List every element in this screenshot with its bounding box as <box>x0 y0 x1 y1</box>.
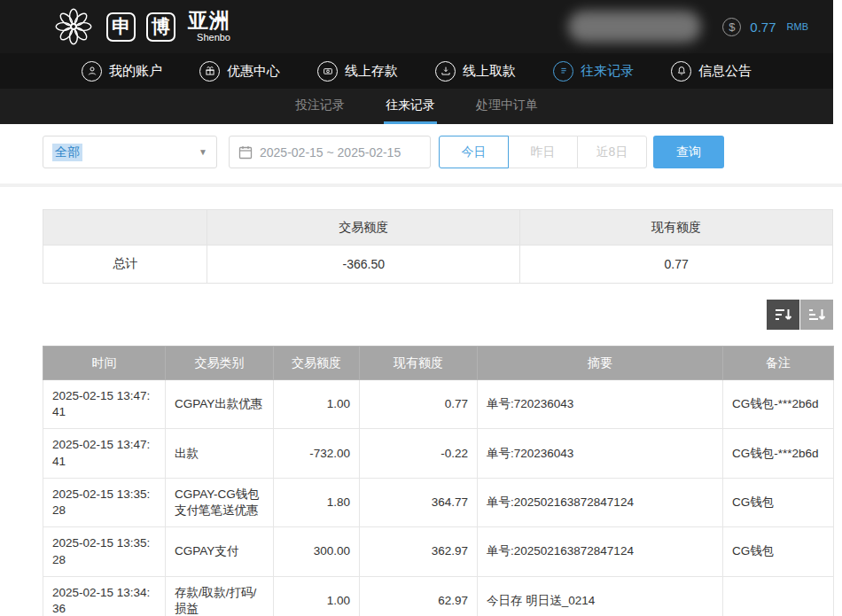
withdraw-icon <box>435 61 456 82</box>
nav-item-label: 线上取款 <box>463 63 516 80</box>
nav-item-label: 线上存款 <box>345 63 398 80</box>
summary-head-row: 交易额度 现有额度 <box>43 210 833 246</box>
records-col-header: 现有额度 <box>360 347 478 380</box>
records-cell: 0.77 <box>360 380 478 429</box>
bell-icon <box>671 61 691 82</box>
sort-descending-icon <box>775 308 792 322</box>
records-cell: 2025-02-15 13:35:28 <box>43 527 166 576</box>
records-cell: 单号:720236043 <box>478 380 723 429</box>
type-select-value: 全部 <box>52 144 82 161</box>
records-cell: 62.97 <box>360 576 478 616</box>
records-cell <box>723 576 834 616</box>
nav-item-online-deposit[interactable]: 线上存款 <box>317 61 398 82</box>
nav-item-online-withdrawal[interactable]: 线上取款 <box>435 61 516 82</box>
main-nav: 我的账户优惠中心线上存款线上取款往来记录信息公告 <box>0 53 833 89</box>
records-cell: CG钱包-***2b6d <box>723 429 834 478</box>
summary-total-balance: 0.77 <box>520 246 833 284</box>
filter-bar: 全部 ▼ 2025-02-15 ~ 2025-02-15 今日昨日近8日 查询 <box>43 136 842 168</box>
records-cell: CGPAY-CG钱包支付笔笔送优惠 <box>166 478 274 526</box>
currency-dollar-icon: $ <box>722 18 741 36</box>
type-select[interactable]: 全部 ▼ <box>43 136 217 168</box>
records-icon <box>553 61 573 82</box>
summary-table: 交易额度 现有额度 总计 -366.50 0.77 <box>43 209 833 284</box>
nav-item-label: 我的账户 <box>109 63 162 80</box>
records-cell: 出款 <box>166 429 274 478</box>
records-cell: 2025-02-15 13:47:41 <box>43 429 166 478</box>
search-button[interactable]: 查询 <box>653 136 724 168</box>
records-body: 2025-02-15 13:47:41CGPAY出款优惠1.000.77单号:7… <box>43 380 834 616</box>
brand-subtitle: Shenbo <box>188 33 230 43</box>
lotus-logo-icon <box>51 4 96 49</box>
nav-item-label: 信息公告 <box>698 63 752 80</box>
records-cell: 单号:720236043 <box>478 429 723 478</box>
records-cell: 1.00 <box>274 576 360 616</box>
subnav-item-betting-records[interactable]: 投注记录 <box>293 89 347 124</box>
records-row: 2025-02-15 13:35:28CGPAY-CG钱包支付笔笔送优惠1.80… <box>43 478 834 526</box>
quick-range-today[interactable]: 今日 <box>439 136 509 168</box>
records-col-header: 时间 <box>43 347 166 380</box>
sort-descending-button[interactable] <box>767 300 799 330</box>
summary-total-row: 总计 -366.50 0.77 <box>43 246 833 284</box>
balance-amount: 0.77 <box>750 19 776 35</box>
subnav-item-pending-orders[interactable]: 处理中订单 <box>474 89 540 124</box>
page: 申 博 亚洲 Shenbo $ 0.77 RMB 我的账户优惠中心线上存款线上取… <box>0 0 842 616</box>
brand-region-text: 亚洲 <box>188 11 230 31</box>
records-row: 2025-02-15 13:47:41出款-732.00-0.22单号:7202… <box>43 429 834 478</box>
records-cell: 2025-02-15 13:47:41 <box>43 380 166 429</box>
summary-total-label: 总计 <box>43 246 207 284</box>
nav-item-label: 往来记录 <box>581 63 634 80</box>
section-divider <box>0 183 842 187</box>
records-cell: 1.80 <box>274 478 360 526</box>
deposit-icon <box>317 61 338 82</box>
records-cell: CG钱包 <box>723 527 834 576</box>
gift-icon <box>199 61 220 82</box>
brand-region: 亚洲 Shenbo <box>188 11 230 43</box>
records-row: 2025-02-15 13:47:41CGPAY出款优惠1.000.77单号:7… <box>43 380 834 429</box>
records-cell: CG钱包 <box>723 478 834 526</box>
records-col-header: 备注 <box>723 347 834 380</box>
records-cell: CGPAY出款优惠 <box>166 380 274 429</box>
nav-item-announcements[interactable]: 信息公告 <box>671 61 752 82</box>
account-area: $ 0.77 RMB <box>568 11 808 43</box>
chevron-down-icon: ▼ <box>199 147 207 157</box>
records-row: 2025-02-15 13:34:36存款/取款/打码/损益1.0062.97今… <box>43 576 834 616</box>
records-cell: 362.97 <box>360 527 478 576</box>
nav-item-my-account[interactable]: 我的账户 <box>82 61 162 82</box>
records-cell: 单号:202502163872847124 <box>478 527 723 576</box>
records-head-row: 时间交易类别交易额度现有额度摘要备注 <box>43 347 834 380</box>
brand-char-shen: 申 <box>106 12 136 42</box>
records-cell: 存款/取款/打码/损益 <box>166 576 274 616</box>
records-cell: 单号:202502163872847124 <box>478 478 723 526</box>
app-header: 申 博 亚洲 Shenbo $ 0.77 RMB <box>0 0 833 53</box>
records-col-header: 交易额度 <box>274 347 360 380</box>
quick-range-yesterday[interactable]: 昨日 <box>508 136 578 168</box>
brand-logo: 申 博 亚洲 Shenbo <box>51 4 230 49</box>
nav-item-promotions-center[interactable]: 优惠中心 <box>199 61 280 82</box>
nav-item-transaction-records[interactable]: 往来记录 <box>553 61 634 82</box>
quick-range-last-8-days[interactable]: 近8日 <box>577 136 647 168</box>
records-table: 时间交易类别交易额度现有额度摘要备注 2025-02-15 13:47:41CG… <box>43 346 834 616</box>
records-cell: 2025-02-15 13:35:28 <box>43 478 166 526</box>
user-icon <box>82 61 102 82</box>
records-row: 2025-02-15 13:35:28CGPAY支付300.00362.97单号… <box>43 527 834 576</box>
records-cell: CG钱包-***2b6d <box>723 380 834 429</box>
sort-ascending-button[interactable] <box>800 300 833 330</box>
calendar-icon <box>238 145 253 160</box>
records-cell: 2025-02-15 13:34:36 <box>43 576 166 616</box>
records-col-header: 摘要 <box>478 347 723 380</box>
balance-currency: RMB <box>787 21 808 32</box>
quick-range-group: 今日昨日近8日 <box>439 136 647 168</box>
redacted-user-info <box>568 11 701 43</box>
sort-controls <box>0 300 833 330</box>
summary-total-transaction: -366.50 <box>207 246 520 284</box>
records-cell: 300.00 <box>274 527 360 576</box>
records-cell: CGPAY支付 <box>166 527 274 576</box>
nav-item-label: 优惠中心 <box>227 63 280 80</box>
date-range-input[interactable]: 2025-02-15 ~ 2025-02-15 <box>229 136 431 168</box>
sub-nav: 投注记录往来记录处理中订单 <box>0 89 833 124</box>
subnav-item-transaction-records[interactable]: 往来记录 <box>384 89 437 124</box>
records-cell: -732.00 <box>274 429 360 478</box>
brand-char-bo: 博 <box>146 12 175 42</box>
sort-ascending-icon <box>808 308 826 322</box>
records-cell: 364.77 <box>360 478 478 526</box>
